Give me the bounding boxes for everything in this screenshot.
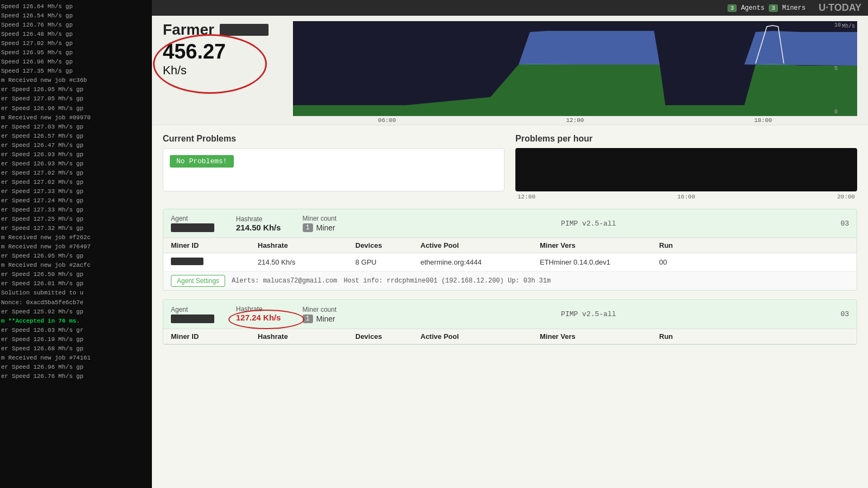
terminal-line: Speed 126.54 Mh/s gp xyxy=(1,11,151,21)
agent-2-name-col: Agent xyxy=(171,306,214,323)
current-problems-box: No Problems! xyxy=(163,148,505,191)
col-miner-vers-2: Miner Vers xyxy=(540,332,659,341)
terminal-line: m Received new job #c36b xyxy=(1,76,151,85)
agents-area: Agent Hashrate 214.50 Kh/s Miner count 1… xyxy=(152,209,868,356)
terminal-line: er Speed 126.01 Mh/s gp xyxy=(1,279,151,288)
terminal-line: er Speed 126.93 Mh/s gp xyxy=(1,150,151,159)
farmer-title-block: Farmer 456.27 Kh/s xyxy=(163,21,293,78)
miners-count-badge: 3 xyxy=(769,4,778,12)
miner-1-run: 00 xyxy=(659,258,703,266)
miner-1-pool: ethermine.org:4444 xyxy=(420,258,540,266)
terminal-line: er Speed 126.95 Mh/s gp xyxy=(1,252,151,261)
col-active-pool-2: Active Pool xyxy=(420,332,540,341)
chart-y-labels: 10 5 0 xyxy=(834,21,841,116)
dashboard-panel: 3 Agents 3 Miners U·TODAY Farmer 456.27 … xyxy=(152,0,868,488)
farmer-unit: Kh/s xyxy=(163,63,226,78)
agent-1-count-num: 1 xyxy=(303,223,313,232)
terminal-line: er Speed 126.03 Mh/s gr xyxy=(1,326,151,335)
agent-2-right: 03 xyxy=(840,310,849,318)
terminal-line: Speed 126.48 Mh/s gp xyxy=(1,30,151,39)
terminal-line: er Speed 126.50 Mh/s gp xyxy=(1,270,151,279)
no-problems-badge: No Problems! xyxy=(170,155,234,168)
problems-chart xyxy=(515,148,857,191)
top-bar: 3 Agents 3 Miners U·TODAY xyxy=(152,0,868,16)
prob-time-2: 16:00 xyxy=(677,194,695,200)
svg-marker-0 xyxy=(293,63,857,116)
prob-time-3: 20:00 xyxy=(837,194,855,200)
terminal-line: er Speed 127.02 Mh/s gp xyxy=(1,169,151,178)
agent-label-1: Agent xyxy=(171,215,214,222)
terminal-line: m Received new job #74161 xyxy=(1,354,151,363)
hashrate-chart-wrapper: 10 5 0 Mh/s 06:00 12:00 18:00 xyxy=(293,21,857,125)
terminal-line: er Speed 125.92 Mh/s gp xyxy=(1,307,151,317)
agent-settings-button-1[interactable]: Agent Settings xyxy=(171,275,225,287)
terminal-line: Speed 126.96 Mh/s gp xyxy=(1,57,151,67)
agent-hashrate-label-2: Hashrate xyxy=(236,305,281,313)
agent-2-redacted xyxy=(171,314,214,323)
col-miner-id-2: Miner ID xyxy=(171,332,258,341)
terminal-line: er Speed 127.24 Mh/s gp xyxy=(1,196,151,206)
agent-2-hashrate-wrapper: 127.24 Kh/s xyxy=(236,313,281,323)
miner-1-devices: 8 GPU xyxy=(355,258,420,266)
miner-row-1: 214.50 Kh/s 8 GPU ethermine.org:4444 ETH… xyxy=(163,253,857,271)
svg-marker-1 xyxy=(519,31,660,65)
farmer-section: Farmer 456.27 Kh/s xyxy=(152,16,868,125)
hashrate-chart: 10 5 0 Mh/s xyxy=(293,21,857,116)
terminal-line: er Speed 127.33 Mh/s gp xyxy=(1,206,151,215)
terminal-line: er Speed 126.68 Mh/s gp xyxy=(1,344,151,354)
terminal-line: er Speed 127.03 Mh/s gp xyxy=(1,123,151,132)
terminal-line: Speed 127.35 Mh/s gp xyxy=(1,67,151,76)
chart-time-3: 18:00 xyxy=(754,117,772,124)
miner-table-header-2: Miner ID Hashrate Devices Active Pool Mi… xyxy=(163,329,857,344)
terminal-line: er Speed 126.95 Mh/s gp xyxy=(1,85,151,94)
chart-time-labels: 06:00 12:00 18:00 xyxy=(293,116,857,125)
terminal-line: Speed 126.76 Mh/s gp xyxy=(1,21,151,30)
col-hashrate-2: Hashrate xyxy=(258,332,355,341)
terminal-line: er Speed 127.05 Mh/s gp xyxy=(1,94,151,104)
agent-1-right: 03 xyxy=(840,220,849,228)
chart-unit-label: Mh/s xyxy=(842,23,855,29)
miner-1-id-redacted xyxy=(171,258,203,265)
terminal-line: m Received new job #2acfc xyxy=(1,261,151,270)
agent-minercount-label-1: Miner count xyxy=(303,215,337,222)
agent-1-miner-badge: 1 Miner xyxy=(303,223,337,232)
miner-1-vers: ETHminer 0.14.0.dev1 xyxy=(540,258,659,266)
terminal-line: er Speed 126.93 Mh/s gp xyxy=(1,159,151,169)
agent-1-redacted xyxy=(171,223,214,232)
problems-time-labels: 12:00 16:00 20:00 xyxy=(515,194,857,200)
agents-count-badge: 3 xyxy=(727,4,737,12)
agent-2-count-text: Miner xyxy=(316,314,335,323)
terminal-line: Nonce: 0xacd5ba5fe6cb7e xyxy=(1,298,151,307)
agent-2-miner-badge: 1 Miner xyxy=(303,314,337,323)
terminal-line: Solution submitted to u xyxy=(1,288,151,298)
agent-1-hashrate: 214.50 Kh/s xyxy=(236,223,281,232)
agent-1-hashrate-col: Hashrate 214.50 Kh/s xyxy=(236,215,281,232)
prob-time-1: 12:00 xyxy=(518,194,535,200)
agent-1-host: Host info: rrdcphmine001 (192.168.12.200… xyxy=(344,277,551,285)
terminal-line: er Speed 127.25 Mh/s gp xyxy=(1,215,151,224)
terminal-panel: Speed 126.64 Mh/s gpSpeed 126.54 Mh/s gp… xyxy=(0,0,152,488)
terminal-line: Speed 126.95 Mh/s gp xyxy=(1,48,151,57)
agent-minercount-label-2: Miner count xyxy=(303,306,337,313)
agents-label: Agents xyxy=(741,4,764,12)
agent-1-count-text: Miner xyxy=(316,223,335,232)
farmer-title: Farmer xyxy=(163,21,214,38)
col-miner-id: Miner ID xyxy=(171,241,258,249)
miner-table-header-1: Miner ID Hashrate Devices Active Pool Mi… xyxy=(163,237,857,253)
terminal-line: m Received new job #09970 xyxy=(1,113,151,123)
col-run-2: Run xyxy=(659,332,703,341)
miners-label: Miners xyxy=(782,4,806,12)
agent-label-2: Agent xyxy=(171,306,214,313)
problems-per-hour-title: Problems per hour xyxy=(515,134,857,144)
col-active-pool: Active Pool xyxy=(420,241,540,249)
terminal-line: er Speed 126.76 Mh/s gp xyxy=(1,372,151,381)
agent-hashrate-label-1: Hashrate xyxy=(236,215,281,223)
agent-2-minercount-col: Miner count 1 Miner xyxy=(303,306,337,323)
terminal-line: er Speed 126.96 Mh/s gp xyxy=(1,104,151,113)
terminal-line: er Speed 126.47 Mh/s gp xyxy=(1,141,151,150)
agent-2-header: Agent Hashrate 127.24 Kh/s Miner count 1… xyxy=(163,300,857,329)
chart-time-2: 12:00 xyxy=(566,117,584,124)
agent-2-pimp: PIMP v2.5-all xyxy=(561,310,616,318)
col-hashrate: Hashrate xyxy=(258,241,355,249)
terminal-line: m **Accepted in 76 ms. xyxy=(1,317,151,326)
